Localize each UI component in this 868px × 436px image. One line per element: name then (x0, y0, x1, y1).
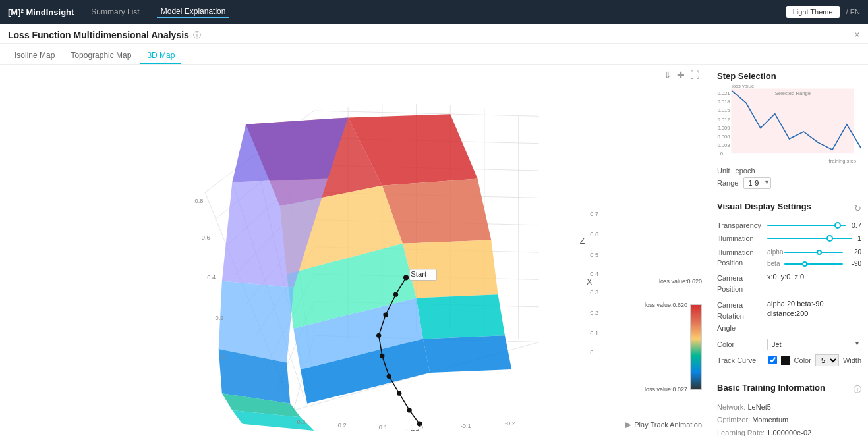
loss-value-high: loss value:0.620 (659, 278, 702, 285)
svg-text:-0.2: -0.2 (505, 420, 515, 427)
range-select[interactable]: 1-9 (743, 177, 771, 189)
illumination-label: Illumination (717, 234, 765, 243)
alpha-slider-row: alpha 20 (767, 248, 861, 257)
svg-point-30 (393, 292, 398, 297)
illumination-value: 1 (857, 234, 861, 242)
svg-text:0.3: 0.3 (297, 419, 306, 425)
track-curve-checkbox[interactable] (768, 356, 777, 364)
illumination-slider[interactable] (767, 234, 852, 243)
svg-point-36 (407, 408, 412, 412)
optimizer-row: Optimizer: Momentum (717, 414, 861, 425)
illumination-row: Illumination 1 (717, 234, 861, 243)
svg-text:0: 0 (420, 424, 423, 431)
play-label: Play Track Animation (634, 421, 702, 429)
svg-text:training step: training step (829, 158, 857, 164)
svg-point-34 (387, 374, 391, 379)
expand-icon[interactable]: ✚ (677, 70, 685, 80)
svg-text:0.6: 0.6 (590, 231, 598, 238)
svg-text:0.6: 0.6 (202, 234, 210, 241)
chart-toolbar: ⇓ ✚ ⛶ (664, 70, 699, 80)
close-button[interactable]: × (854, 29, 860, 41)
transparency-slider[interactable] (767, 221, 846, 230)
tab-isoline-map[interactable]: Isoline Map (8, 48, 61, 64)
lang-toggle[interactable]: / EN (846, 8, 860, 16)
play-icon: ▶ (625, 420, 631, 429)
step-selection-title: Step Selection (717, 71, 861, 81)
svg-text:0.1: 0.1 (590, 330, 598, 337)
header-left: [M]² MindInsight Summary List Model Expl… (8, 5, 229, 18)
svg-point-31 (383, 313, 388, 317)
color-select[interactable]: Jet Hot Cool (767, 339, 861, 350)
step-chart-svg: Selected Range 0.021 0.018 0.015 0.012 0… (717, 85, 861, 164)
tab-3d-map[interactable]: 3D Map (140, 48, 181, 64)
illumination-position-label: IlluminationPosition (717, 248, 765, 268)
range-select-wrapper[interactable]: 1-9 (743, 177, 771, 189)
chart-area: ⇓ ✚ ⛶ (0, 65, 710, 436)
illumination-position-row: IlluminationPosition alpha 20 (717, 248, 861, 269)
svg-text:0.7: 0.7 (590, 211, 598, 217)
camera-position-values: x:0 y:0 z:0 (767, 273, 804, 281)
beta-slider[interactable] (784, 259, 843, 269)
svg-text:0.5: 0.5 (590, 252, 598, 258)
beta-label: beta (767, 260, 782, 267)
nav-model-explanation[interactable]: Model Explanation (157, 5, 230, 18)
basic-info-header: Basic Training Information ⓘ (717, 383, 861, 396)
step-selection-section: Step Selection Selected Range 0.021 0.01… (717, 71, 861, 189)
optimizer-value: Momentum (752, 416, 788, 423)
beta-slider-row: beta -90 (767, 259, 861, 269)
header-right: Light Theme / EN (786, 6, 860, 18)
transparency-row: Transparency 0.7 (717, 221, 861, 230)
track-curve-label: Track Curve (717, 356, 765, 364)
range-row: Range 1-9 (717, 177, 861, 189)
svg-text:0.018: 0.018 (717, 99, 730, 105)
svg-text:0.8: 0.8 (195, 198, 204, 204)
basic-info-icon[interactable]: ⓘ (854, 384, 861, 395)
page-title: Loss Function Multidimensional Analysis (8, 30, 189, 40)
range-label: Range (717, 179, 738, 187)
page-info-icon[interactable]: ⓘ (193, 30, 201, 41)
network-value: LeNet5 (747, 403, 770, 411)
z-axis-label: Z (580, 236, 585, 246)
lr-label: Learning Rate: (717, 429, 765, 436)
alpha-label: alpha (767, 248, 782, 256)
fullscreen-icon[interactable]: ⛶ (690, 70, 699, 80)
refresh-icon[interactable]: ↻ (854, 204, 861, 213)
lr-value: 1.000000e-02 (767, 429, 811, 436)
nav-summary-list[interactable]: Summary List (87, 6, 143, 18)
scale-low-label: loss value:0.027 (645, 386, 687, 393)
alpha-slider[interactable] (784, 248, 843, 257)
svg-text:0.021: 0.021 (717, 90, 730, 96)
track-color-box[interactable] (781, 356, 790, 365)
svg-text:0.3: 0.3 (590, 289, 598, 296)
color-select-wrapper[interactable]: Jet Hot Cool (767, 339, 861, 350)
theme-button[interactable]: Light Theme (786, 6, 840, 18)
track-width-label: Width (843, 356, 861, 364)
network-row: Network: LeNet5 (717, 402, 861, 413)
basic-info-title: Basic Training Information (717, 383, 825, 393)
svg-point-35 (397, 391, 401, 396)
svg-text:Selected Range: Selected Range (775, 90, 811, 96)
svg-text:0.2: 0.2 (216, 315, 224, 321)
svg-text:0.4: 0.4 (590, 271, 598, 277)
camera-rotation-values: alpha:20 beta:-90 distance:200 (767, 300, 861, 317)
track-start-dot (403, 275, 409, 280)
app-header: [M]² MindInsight Summary List Model Expl… (0, 0, 868, 24)
svg-text:0: 0 (222, 354, 225, 360)
camera-position-row: Camera Position x:0 y:0 z:0 (717, 273, 861, 296)
track-width-select[interactable]: 5123 (815, 354, 839, 366)
step-chart[interactable]: Selected Range 0.021 0.018 0.015 0.012 0… (717, 85, 861, 164)
track-color-label: Color (794, 356, 811, 364)
color-scale-bar: loss value:0.620 loss value:0.027 (690, 304, 702, 390)
color-label: Color (717, 341, 765, 348)
camera-y: y:0 (781, 273, 791, 281)
svg-text:0.012: 0.012 (717, 117, 730, 123)
svg-text:0.2: 0.2 (590, 310, 598, 316)
download-icon[interactable]: ⇓ (664, 70, 672, 80)
network-label: Network: (717, 403, 745, 411)
alpha-value: 20 (846, 248, 861, 256)
tab-topographic-map[interactable]: Topographic Map (64, 48, 138, 64)
play-track-animation-button[interactable]: ▶ Play Track Animation (625, 420, 702, 429)
svg-text:0.009: 0.009 (717, 125, 730, 131)
camera-rotation-alpha: alpha:20 (767, 300, 795, 308)
visual-display-title: Visual Display Settings (717, 202, 811, 211)
